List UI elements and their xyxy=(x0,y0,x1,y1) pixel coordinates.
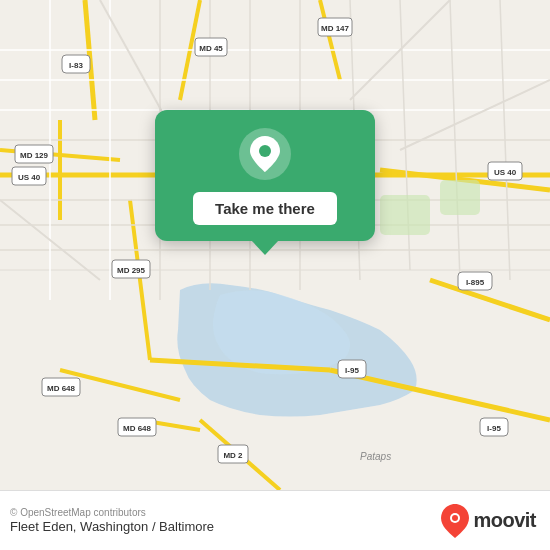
svg-point-69 xyxy=(452,515,458,521)
moovit-brand-text: moovit xyxy=(473,509,536,532)
svg-text:MD 648: MD 648 xyxy=(47,384,76,393)
svg-text:US 40: US 40 xyxy=(494,168,517,177)
location-pin-icon xyxy=(250,136,280,172)
svg-text:MD 129: MD 129 xyxy=(20,151,49,160)
svg-text:I-95: I-95 xyxy=(345,366,359,375)
svg-text:I-83: I-83 xyxy=(69,61,83,70)
svg-point-67 xyxy=(259,145,271,157)
svg-rect-66 xyxy=(440,180,480,215)
svg-text:MD 45: MD 45 xyxy=(199,44,223,53)
svg-text:MD 147: MD 147 xyxy=(321,24,350,33)
popup-card: Take me there xyxy=(155,110,375,241)
svg-text:I-95: I-95 xyxy=(487,424,501,433)
svg-text:I-895: I-895 xyxy=(466,278,485,287)
location-text: Fleet Eden, Washington / Baltimore xyxy=(10,519,214,534)
location-icon-circle xyxy=(239,128,291,180)
svg-text:MD 648: MD 648 xyxy=(123,424,152,433)
bottom-info: © OpenStreetMap contributors Fleet Eden,… xyxy=(10,507,214,534)
svg-text:US 40: US 40 xyxy=(18,173,41,182)
svg-rect-65 xyxy=(380,195,430,235)
svg-text:Pataps: Pataps xyxy=(360,451,391,462)
svg-text:MD 2: MD 2 xyxy=(223,451,243,460)
bottom-bar: © OpenStreetMap contributors Fleet Eden,… xyxy=(0,490,550,550)
take-me-there-button[interactable]: Take me there xyxy=(193,192,337,225)
moovit-logo: moovit xyxy=(441,504,536,538)
map-container: I-83 MD 45 MD 147 US 40 US 40 MD 129 MD … xyxy=(0,0,550,490)
svg-text:MD 295: MD 295 xyxy=(117,266,146,275)
moovit-pin-icon xyxy=(441,504,469,538)
copyright-text: © OpenStreetMap contributors xyxy=(10,507,214,518)
